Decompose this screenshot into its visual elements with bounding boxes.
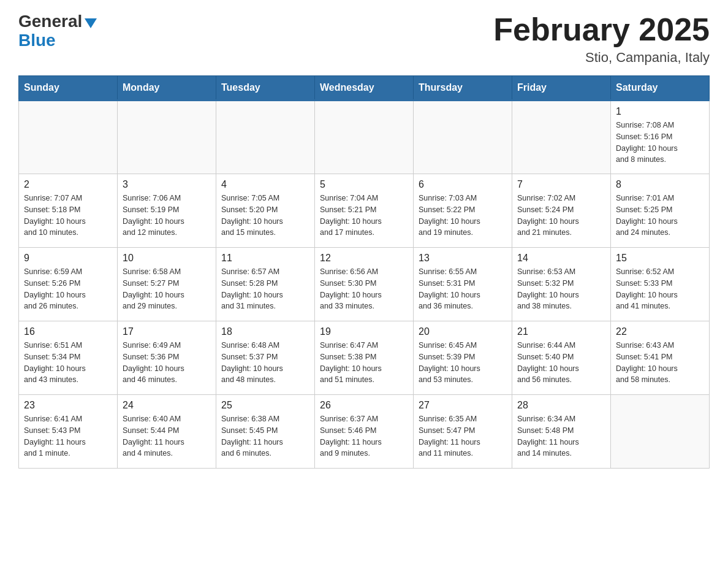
title-block: February 2025 Stio, Campania, Italy (493, 12, 710, 66)
day-number: 25 (221, 400, 309, 411)
calendar-day: 5Sunrise: 7:04 AM Sunset: 5:21 PM Daylig… (315, 174, 414, 248)
day-info: Sunrise: 7:05 AM Sunset: 5:20 PM Dayligh… (221, 193, 309, 239)
day-info: Sunrise: 7:02 AM Sunset: 5:24 PM Dayligh… (517, 193, 605, 239)
day-number: 5 (320, 179, 408, 190)
calendar-day: 10Sunrise: 6:58 AM Sunset: 5:27 PM Dayli… (118, 248, 216, 321)
day-info: Sunrise: 6:51 AM Sunset: 5:34 PM Dayligh… (24, 340, 112, 386)
month-title: February 2025 (493, 12, 710, 47)
day-info: Sunrise: 6:53 AM Sunset: 5:32 PM Dayligh… (517, 266, 605, 312)
calendar-day: 4Sunrise: 7:05 AM Sunset: 5:20 PM Daylig… (216, 174, 315, 248)
day-info: Sunrise: 6:55 AM Sunset: 5:31 PM Dayligh… (419, 266, 507, 312)
weekday-row: SundayMondayTuesdayWednesdayThursdayFrid… (19, 76, 710, 101)
day-number: 27 (419, 400, 507, 411)
calendar-day: 9Sunrise: 6:59 AM Sunset: 5:26 PM Daylig… (19, 248, 118, 321)
day-number: 2 (24, 179, 112, 190)
weekday-header-thursday: Thursday (414, 76, 512, 101)
day-number: 19 (320, 326, 408, 337)
day-number: 18 (221, 326, 309, 337)
day-info: Sunrise: 6:35 AM Sunset: 5:47 PM Dayligh… (419, 413, 507, 459)
calendar-day: 12Sunrise: 6:56 AM Sunset: 5:30 PM Dayli… (315, 248, 414, 321)
day-number: 24 (123, 400, 211, 411)
day-number: 8 (616, 179, 704, 190)
logo-triangle-icon (85, 18, 97, 28)
calendar-week-1: 1Sunrise: 7:08 AM Sunset: 5:16 PM Daylig… (19, 101, 710, 174)
calendar-day: 18Sunrise: 6:48 AM Sunset: 5:37 PM Dayli… (216, 321, 315, 395)
calendar-day: 28Sunrise: 6:34 AM Sunset: 5:48 PM Dayli… (512, 395, 611, 469)
calendar-day: 25Sunrise: 6:38 AM Sunset: 5:45 PM Dayli… (216, 395, 315, 469)
day-info: Sunrise: 6:43 AM Sunset: 5:41 PM Dayligh… (616, 340, 704, 386)
day-info: Sunrise: 6:41 AM Sunset: 5:43 PM Dayligh… (24, 413, 112, 459)
day-number: 17 (123, 326, 211, 337)
page-header: General Blue February 2025 Stio, Campani… (18, 12, 710, 66)
day-number: 9 (24, 253, 112, 264)
day-number: 10 (123, 253, 211, 264)
day-number: 28 (517, 400, 605, 411)
day-number: 23 (24, 400, 112, 411)
logo: General Blue (18, 12, 97, 50)
day-number: 16 (24, 326, 112, 337)
calendar-day: 3Sunrise: 7:06 AM Sunset: 5:19 PM Daylig… (118, 174, 216, 248)
weekday-header-sunday: Sunday (19, 76, 118, 101)
calendar-week-2: 2Sunrise: 7:07 AM Sunset: 5:18 PM Daylig… (19, 174, 710, 248)
calendar-day: 24Sunrise: 6:40 AM Sunset: 5:44 PM Dayli… (118, 395, 216, 469)
day-number: 6 (419, 179, 507, 190)
day-number: 3 (123, 179, 211, 190)
day-number: 22 (616, 326, 704, 337)
calendar-day (118, 101, 216, 174)
calendar-body: 1Sunrise: 7:08 AM Sunset: 5:16 PM Daylig… (19, 101, 710, 469)
day-number: 11 (221, 253, 309, 264)
logo-line1: General (18, 12, 97, 31)
calendar-day: 1Sunrise: 7:08 AM Sunset: 5:16 PM Daylig… (611, 101, 710, 174)
day-number: 12 (320, 253, 408, 264)
calendar-day: 27Sunrise: 6:35 AM Sunset: 5:47 PM Dayli… (414, 395, 512, 469)
day-info: Sunrise: 6:59 AM Sunset: 5:26 PM Dayligh… (24, 266, 112, 312)
calendar-table: SundayMondayTuesdayWednesdayThursdayFrid… (18, 75, 710, 469)
calendar-day: 21Sunrise: 6:44 AM Sunset: 5:40 PM Dayli… (512, 321, 611, 395)
day-info: Sunrise: 6:38 AM Sunset: 5:45 PM Dayligh… (221, 413, 309, 459)
calendar-day: 13Sunrise: 6:55 AM Sunset: 5:31 PM Dayli… (414, 248, 512, 321)
day-info: Sunrise: 7:06 AM Sunset: 5:19 PM Dayligh… (123, 193, 211, 239)
logo-blue-text: Blue (18, 31, 56, 50)
calendar-day (414, 101, 512, 174)
calendar-day: 8Sunrise: 7:01 AM Sunset: 5:25 PM Daylig… (611, 174, 710, 248)
day-number: 1 (616, 106, 704, 117)
weekday-header-wednesday: Wednesday (315, 76, 414, 101)
calendar-week-3: 9Sunrise: 6:59 AM Sunset: 5:26 PM Daylig… (19, 248, 710, 321)
calendar-day (611, 395, 710, 469)
day-number: 20 (419, 326, 507, 337)
day-info: Sunrise: 7:08 AM Sunset: 5:16 PM Dayligh… (616, 120, 704, 166)
calendar-week-5: 23Sunrise: 6:41 AM Sunset: 5:43 PM Dayli… (19, 395, 710, 469)
calendar-day: 19Sunrise: 6:47 AM Sunset: 5:38 PM Dayli… (315, 321, 414, 395)
day-number: 26 (320, 400, 408, 411)
day-info: Sunrise: 6:57 AM Sunset: 5:28 PM Dayligh… (221, 266, 309, 312)
day-info: Sunrise: 6:37 AM Sunset: 5:46 PM Dayligh… (320, 413, 408, 459)
logo-line2: Blue (18, 31, 56, 50)
calendar-week-4: 16Sunrise: 6:51 AM Sunset: 5:34 PM Dayli… (19, 321, 710, 395)
calendar-day: 23Sunrise: 6:41 AM Sunset: 5:43 PM Dayli… (19, 395, 118, 469)
weekday-header-friday: Friday (512, 76, 611, 101)
day-info: Sunrise: 7:03 AM Sunset: 5:22 PM Dayligh… (419, 193, 507, 239)
calendar-day: 11Sunrise: 6:57 AM Sunset: 5:28 PM Dayli… (216, 248, 315, 321)
day-info: Sunrise: 6:40 AM Sunset: 5:44 PM Dayligh… (123, 413, 211, 459)
day-info: Sunrise: 6:44 AM Sunset: 5:40 PM Dayligh… (517, 340, 605, 386)
calendar-day (216, 101, 315, 174)
day-info: Sunrise: 7:01 AM Sunset: 5:25 PM Dayligh… (616, 193, 704, 239)
day-info: Sunrise: 6:56 AM Sunset: 5:30 PM Dayligh… (320, 266, 408, 312)
day-info: Sunrise: 6:52 AM Sunset: 5:33 PM Dayligh… (616, 266, 704, 312)
calendar-day: 7Sunrise: 7:02 AM Sunset: 5:24 PM Daylig… (512, 174, 611, 248)
day-info: Sunrise: 6:34 AM Sunset: 5:48 PM Dayligh… (517, 413, 605, 459)
calendar-day: 15Sunrise: 6:52 AM Sunset: 5:33 PM Dayli… (611, 248, 710, 321)
day-info: Sunrise: 6:47 AM Sunset: 5:38 PM Dayligh… (320, 340, 408, 386)
day-number: 13 (419, 253, 507, 264)
calendar-day: 26Sunrise: 6:37 AM Sunset: 5:46 PM Dayli… (315, 395, 414, 469)
logo-general-text: General (18, 12, 82, 31)
calendar-day: 6Sunrise: 7:03 AM Sunset: 5:22 PM Daylig… (414, 174, 512, 248)
weekday-header-tuesday: Tuesday (216, 76, 315, 101)
day-info: Sunrise: 7:07 AM Sunset: 5:18 PM Dayligh… (24, 193, 112, 239)
calendar-header: SundayMondayTuesdayWednesdayThursdayFrid… (19, 76, 710, 101)
day-info: Sunrise: 7:04 AM Sunset: 5:21 PM Dayligh… (320, 193, 408, 239)
day-number: 4 (221, 179, 309, 190)
calendar-day (512, 101, 611, 174)
day-info: Sunrise: 6:49 AM Sunset: 5:36 PM Dayligh… (123, 340, 211, 386)
day-info: Sunrise: 6:58 AM Sunset: 5:27 PM Dayligh… (123, 266, 211, 312)
